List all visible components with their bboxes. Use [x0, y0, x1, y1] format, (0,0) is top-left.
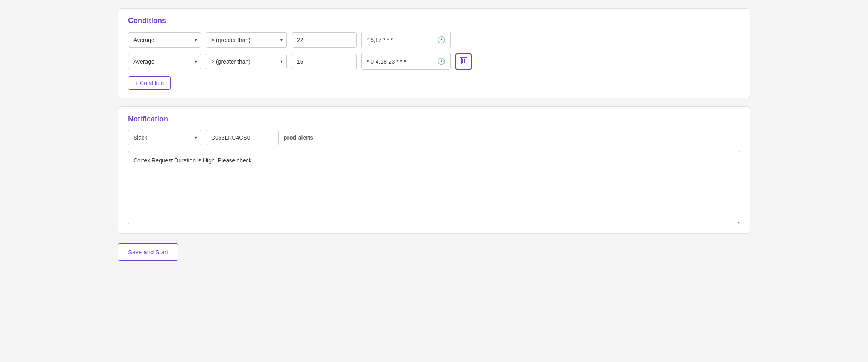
operator-select-2[interactable]: > (greater than) < (less than) = (equal …: [206, 54, 287, 69]
delete-condition-button-2[interactable]: [455, 53, 472, 70]
op-select-wrapper-1: > (greater than) < (less than) = (equal …: [206, 32, 287, 48]
notification-row: Slack Email PagerDuty ▾ prod-alerts: [128, 130, 740, 145]
service-select-wrapper: Slack Email PagerDuty ▾: [128, 130, 201, 145]
condition-row-1: Average Sum Min Max Count ▾ > (greater t…: [128, 32, 740, 48]
page-container: Conditions Average Sum Min Max Count ▾ >…: [118, 8, 750, 261]
condition-row-2: Average Sum Min Max Count ▾ > (greater t…: [128, 53, 740, 70]
operator-select-1[interactable]: > (greater than) < (less than) = (equal …: [206, 32, 287, 48]
service-select[interactable]: Slack Email PagerDuty: [128, 130, 201, 145]
schedule-wrapper-1: * 5,17 * * * 🕐: [361, 32, 451, 48]
trash-icon: [460, 57, 467, 66]
channel-id-input[interactable]: [206, 130, 279, 145]
clock-icon-2[interactable]: 🕐: [437, 57, 445, 65]
agg-select-wrapper-1: Average Sum Min Max Count ▾: [128, 32, 201, 48]
aggregation-select-2[interactable]: Average Sum Min Max Count: [128, 54, 201, 69]
save-and-start-button[interactable]: Save and Start: [118, 243, 178, 261]
clock-icon-1[interactable]: 🕐: [437, 36, 445, 44]
channel-name-label: prod-alerts: [284, 134, 313, 141]
add-condition-button[interactable]: + Condition: [128, 76, 171, 90]
schedule-text-2: * 0-4,18-23 * * *: [367, 58, 434, 65]
schedule-text-1: * 5,17 * * *: [367, 37, 434, 43]
aggregation-select-1[interactable]: Average Sum Min Max Count: [128, 32, 201, 48]
schedule-wrapper-2: * 0-4,18-23 * * * 🕐: [361, 53, 451, 70]
agg-select-wrapper-2: Average Sum Min Max Count ▾: [128, 54, 201, 69]
notification-title: Notification: [128, 115, 740, 124]
footer: Save and Start: [118, 242, 750, 261]
conditions-title: Conditions: [128, 17, 740, 25]
notification-message-textarea[interactable]: Cortex Request Duration is High. Please …: [128, 151, 740, 224]
value-input-1[interactable]: [292, 32, 357, 48]
op-select-wrapper-2: > (greater than) < (less than) = (equal …: [206, 54, 287, 69]
notification-card: Notification Slack Email PagerDuty ▾ pro…: [118, 106, 750, 234]
value-input-2[interactable]: [292, 54, 357, 69]
conditions-card: Conditions Average Sum Min Max Count ▾ >…: [118, 8, 750, 98]
